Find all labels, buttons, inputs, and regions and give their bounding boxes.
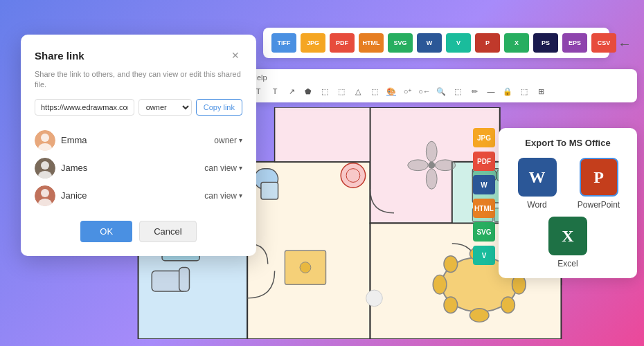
svg-point-37 bbox=[428, 162, 435, 169]
link-input[interactable] bbox=[35, 99, 134, 116]
export-item-powerpoint[interactable]: PPowerPoint bbox=[571, 158, 626, 210]
left-panel-icon-pdf-small[interactable]: PDF bbox=[473, 152, 495, 171]
user-role-select[interactable]: can view ▾ bbox=[204, 191, 242, 201]
format-btn-eps[interactable]: EPS bbox=[562, 33, 587, 53]
link-row: owner can view can edit Copy link bbox=[35, 99, 242, 116]
tool-arrow[interactable]: ↗ bbox=[285, 84, 298, 98]
format-btn-pdf[interactable]: PDF bbox=[330, 33, 355, 53]
svg-point-43 bbox=[41, 134, 49, 142]
left-panel-icon-html-small[interactable]: HTML bbox=[473, 199, 495, 218]
format-btn-excel[interactable]: X bbox=[504, 33, 529, 53]
avatar bbox=[35, 158, 55, 179]
svg-point-41 bbox=[408, 160, 429, 171]
user-info: Emma bbox=[35, 130, 87, 151]
share-dialog: Share link ✕ Share the link to others, a… bbox=[21, 35, 256, 256]
help-toolbar: Help T T ↗ ⬟ ⬚ ⬚ △ ⬚ 🎨 ○⁺ ○← 🔍 ⬚ ✏ — 🔒 ⬚… bbox=[246, 69, 637, 102]
user-row: Jamescan view ▾ bbox=[35, 154, 242, 182]
left-panel-icon-jpg-small[interactable]: JPG bbox=[473, 128, 495, 147]
avatar bbox=[35, 130, 55, 151]
tool-shape[interactable]: ⬟ bbox=[301, 84, 315, 98]
tool-line[interactable]: — bbox=[484, 84, 498, 98]
export-item-excel[interactable]: XExcel bbox=[510, 217, 626, 268]
export-icon-word: W bbox=[518, 158, 557, 197]
tool-table[interactable]: ⬚ bbox=[318, 84, 332, 98]
dialog-title: Share link bbox=[35, 50, 84, 62]
svg-point-31 bbox=[444, 297, 458, 313]
user-info: James bbox=[35, 158, 87, 179]
dialog-description: Share the link to others, and they can v… bbox=[35, 69, 242, 91]
tool-lock[interactable]: 🔒 bbox=[501, 84, 515, 98]
user-role-select[interactable]: can view ▾ bbox=[204, 163, 242, 173]
format-btn-csv[interactable]: CSV bbox=[591, 33, 616, 53]
export-label-word: Word bbox=[527, 200, 546, 210]
format-btn-v[interactable]: V bbox=[446, 33, 471, 53]
svg-point-27 bbox=[469, 309, 489, 322]
tool-box[interactable]: ⬚ bbox=[368, 84, 382, 98]
user-role-select[interactable]: owner ▾ bbox=[214, 136, 242, 145]
user-list: Emmaowner ▾ Jamescan view ▾ Janicecan vi… bbox=[35, 127, 242, 210]
close-button[interactable]: ✕ bbox=[229, 48, 242, 62]
svg-point-49 bbox=[41, 189, 49, 197]
svg-point-33 bbox=[501, 297, 515, 313]
svg-point-19 bbox=[300, 262, 311, 273]
copy-link-button[interactable]: Copy link bbox=[196, 99, 242, 116]
svg-rect-34 bbox=[261, 182, 278, 199]
tool-triangle[interactable]: △ bbox=[351, 84, 365, 98]
tool-crop[interactable]: ⬚ bbox=[517, 84, 531, 98]
format-btn-tiff[interactable]: TIFF bbox=[271, 33, 296, 53]
format-btn-html[interactable]: HTML bbox=[359, 33, 384, 53]
export-format-bar: TIFFJPGPDFHTMLSVGWVPXPSEPSCSV bbox=[263, 28, 609, 58]
svg-point-38 bbox=[426, 141, 437, 162]
dialog-actions: OK Cancel bbox=[35, 221, 242, 242]
tool-text2[interactable]: T bbox=[268, 84, 282, 98]
format-btn-word[interactable]: W bbox=[417, 33, 442, 53]
export-item-word[interactable]: WWord bbox=[510, 158, 564, 210]
link-permission-select[interactable]: owner can view can edit bbox=[138, 99, 192, 116]
svg-point-30 bbox=[444, 256, 458, 273]
user-info: Janice bbox=[35, 185, 87, 206]
format-btn-ppt[interactable]: P bbox=[475, 33, 500, 53]
format-btn-jpg[interactable]: JPG bbox=[301, 33, 325, 53]
tool-fill[interactable]: 🎨 bbox=[384, 84, 398, 98]
export-panel-title: Export To MS Office bbox=[510, 138, 626, 148]
tool-pen[interactable]: ✏ bbox=[467, 84, 481, 98]
export-panel: Export To MS Office WWordPPowerPointXExc… bbox=[499, 128, 637, 278]
export-label-excel: Excel bbox=[557, 259, 578, 268]
tool-image[interactable]: ⬚ bbox=[451, 84, 465, 98]
help-icons-row: T T ↗ ⬟ ⬚ ⬚ △ ⬚ 🎨 ○⁺ ○← 🔍 ⬚ ✏ — 🔒 ⬚ ⊞ bbox=[251, 83, 632, 100]
svg-point-36 bbox=[366, 290, 383, 307]
export-grid: WWordPPowerPointXExcel bbox=[510, 158, 626, 268]
avatar bbox=[35, 185, 55, 206]
left-panel-icon-svg-small[interactable]: SVG bbox=[473, 222, 495, 242]
svg-point-28 bbox=[433, 275, 447, 294]
export-icon-excel: X bbox=[548, 217, 587, 255]
user-name: James bbox=[61, 163, 87, 173]
user-row: Janicecan view ▾ bbox=[35, 182, 242, 210]
svg-point-39 bbox=[435, 160, 456, 171]
svg-point-11 bbox=[341, 163, 365, 188]
format-btn-svg[interactable]: SVG bbox=[388, 33, 413, 53]
help-label: Help bbox=[251, 72, 632, 83]
left-panel-icon-word-small[interactable]: W bbox=[473, 175, 495, 194]
tool-zoom[interactable]: 🔍 bbox=[434, 84, 448, 98]
tool-connect[interactable]: ○⁺ bbox=[401, 84, 415, 98]
left-panel-icon-v-small[interactable]: V bbox=[473, 246, 495, 265]
left-panel-icons: JPGPDFWHTMLSVGV bbox=[473, 128, 495, 265]
export-icon-powerpoint: P bbox=[580, 158, 618, 197]
ok-button[interactable]: OK bbox=[80, 221, 132, 242]
tool-connect2[interactable]: ○← bbox=[418, 84, 431, 98]
tool-grid[interactable]: ⊞ bbox=[534, 84, 548, 98]
user-name: Emma bbox=[61, 135, 87, 145]
dialog-header: Share link ✕ bbox=[35, 48, 242, 62]
tool-table2[interactable]: ⬚ bbox=[334, 84, 348, 98]
svg-rect-17 bbox=[179, 268, 190, 291]
user-name: Janice bbox=[61, 190, 87, 201]
format-btn-ps[interactable]: PS bbox=[533, 33, 558, 53]
cancel-button[interactable]: Cancel bbox=[139, 221, 196, 242]
export-label-powerpoint: PowerPoint bbox=[578, 200, 620, 210]
svg-point-46 bbox=[41, 161, 49, 170]
user-row: Emmaowner ▾ bbox=[35, 127, 242, 154]
arrow-indicator: ← bbox=[618, 36, 632, 52]
svg-point-40 bbox=[426, 169, 437, 190]
